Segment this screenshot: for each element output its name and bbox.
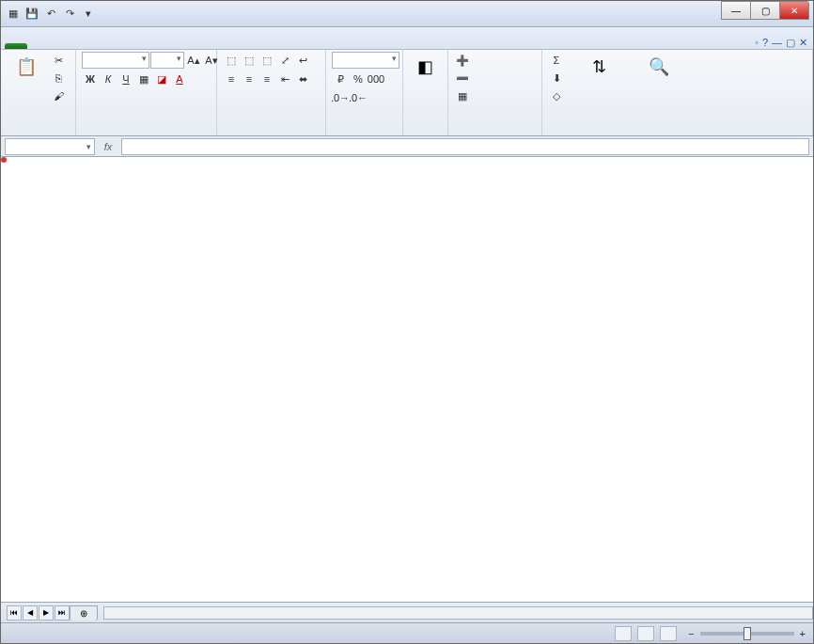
align-right-icon[interactable]: ≡	[258, 71, 275, 87]
save-icon[interactable]: 💾	[23, 6, 40, 23]
quick-access-toolbar: ▦ 💾 ↶ ↷ ▾	[5, 6, 97, 23]
ribbon-minimize-icon[interactable]: ◦	[755, 37, 759, 49]
fx-button[interactable]: fx	[99, 141, 117, 152]
inc-decimal-icon[interactable]: .0→	[332, 89, 349, 106]
formula-input[interactable]	[121, 138, 809, 155]
view-break-icon[interactable]	[660, 626, 677, 641]
italic-icon[interactable]: К	[100, 71, 117, 87]
styles-icon: ◧	[413, 54, 439, 80]
align-top-icon[interactable]: ⬚	[223, 52, 240, 69]
titlebar: ▦ 💾 ↶ ↷ ▾ — ▢ ✕	[1, 1, 813, 27]
undo-icon[interactable]: ↶	[42, 6, 59, 23]
orientation-icon[interactable]: ⤢	[276, 52, 293, 69]
currency-icon[interactable]: ₽	[332, 71, 349, 87]
zoom-slider[interactable]	[700, 632, 794, 636]
horizontal-scrollbar[interactable]	[103, 606, 813, 620]
align-center-icon[interactable]: ≡	[241, 71, 258, 87]
align-left-icon[interactable]: ≡	[223, 71, 240, 87]
number-format-combo[interactable]	[332, 52, 399, 69]
sheet-nav-last[interactable]: ⏭	[55, 605, 70, 620]
format-cells-icon[interactable]: ▦	[454, 87, 471, 104]
underline-icon[interactable]: Ч	[117, 71, 134, 87]
border-icon[interactable]: ▦	[135, 71, 152, 87]
indent-dec-icon[interactable]: ⇤	[276, 71, 293, 87]
clear-icon[interactable]: ◇	[548, 87, 565, 104]
doc-close-icon[interactable]: ✕	[799, 37, 807, 49]
sheet-nav-first[interactable]: ⏮	[7, 605, 22, 620]
font-color-icon[interactable]: A	[171, 71, 188, 87]
ribbon: 📋 ✂ ⎘ 🖌 A▴ A▾ Ж	[1, 50, 813, 136]
zoom-in-icon[interactable]: +	[800, 628, 806, 639]
minimize-button[interactable]: —	[721, 1, 751, 20]
worksheet-grid[interactable]	[1, 157, 813, 602]
close-button[interactable]: ✕	[779, 1, 809, 20]
formula-bar: fx	[1, 136, 813, 157]
name-box[interactable]	[5, 138, 95, 155]
statusbar: − +	[1, 622, 813, 643]
new-sheet-button[interactable]: ⊕	[70, 605, 98, 620]
copy-icon[interactable]: ⎘	[50, 70, 67, 86]
delete-cells-icon[interactable]: ➖	[454, 70, 471, 86]
maximize-button[interactable]: ▢	[750, 1, 780, 20]
qa-dropdown-icon[interactable]: ▾	[80, 6, 97, 23]
align-bottom-icon[interactable]: ⬚	[258, 52, 275, 69]
align-middle-icon[interactable]: ⬚	[241, 52, 258, 69]
insert-cells-icon[interactable]: ➕	[454, 52, 471, 69]
sort-icon: ⇅	[586, 54, 612, 80]
font-size-combo[interactable]	[150, 52, 184, 69]
format-painter-icon[interactable]: 🖌	[50, 87, 67, 104]
excel-window: ▦ 💾 ↶ ↷ ▾ — ▢ ✕ ◦ ? — ▢ ✕ 📋	[0, 0, 814, 644]
merge-icon[interactable]: ⬌	[294, 71, 311, 87]
paste-button[interactable]: 📋	[7, 52, 46, 84]
bold-icon[interactable]: Ж	[82, 71, 99, 87]
doc-min-icon[interactable]: —	[772, 37, 782, 49]
sheet-nav-next[interactable]: ▶	[39, 605, 54, 620]
styles-button[interactable]: ◧	[409, 52, 442, 84]
fill-color-icon[interactable]: ◪	[153, 71, 170, 87]
sheet-nav-prev[interactable]: ◀	[23, 605, 38, 620]
sheet-tab-bar: ⏮ ◀ ▶ ⏭ ⊕	[1, 602, 813, 622]
font-name-combo[interactable]	[82, 52, 149, 69]
grow-font-icon[interactable]: A▴	[185, 52, 202, 69]
doc-restore-icon[interactable]: ▢	[786, 37, 795, 49]
view-layout-icon[interactable]	[637, 626, 654, 641]
file-tab[interactable]	[5, 43, 27, 49]
view-normal-icon[interactable]	[615, 626, 632, 641]
percent-icon[interactable]: %	[350, 71, 367, 87]
redo-icon[interactable]: ↷	[61, 6, 78, 23]
sort-filter-button[interactable]: ⇅	[569, 52, 629, 84]
excel-icon[interactable]: ▦	[5, 6, 22, 23]
cut-icon[interactable]: ✂	[50, 52, 67, 69]
find-select-button[interactable]: 🔍	[633, 52, 685, 84]
clipboard-icon: 📋	[13, 54, 39, 80]
find-icon: 🔍	[646, 54, 672, 80]
comma-icon[interactable]: 000	[368, 71, 384, 87]
autosum-icon[interactable]: Σ	[548, 52, 565, 69]
help-icon[interactable]: ?	[762, 37, 768, 49]
ribbon-tabstrip: ◦ ? — ▢ ✕	[1, 27, 813, 50]
zoom-out-icon[interactable]: −	[688, 628, 694, 639]
wrap-text-icon[interactable]: ↩	[294, 52, 311, 69]
dec-decimal-icon[interactable]: .0←	[350, 89, 367, 106]
fill-icon[interactable]: ⬇	[548, 70, 565, 86]
